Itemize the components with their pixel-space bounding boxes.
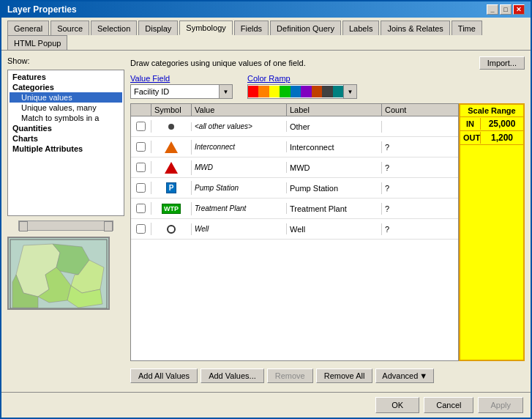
title-bar-buttons: _ □ ✕ (487, 4, 525, 15)
symbol-treatment-plant: WTP (151, 202, 192, 215)
tab-joins-relates[interactable]: Joins & Relates (381, 21, 449, 35)
label-treatment-plant: Treatment Plant (287, 203, 382, 215)
table-row: <all other values> Other (131, 116, 458, 137)
description-text: Draw categories using unique values of o… (130, 59, 306, 67)
tab-time[interactable]: Time (452, 21, 482, 35)
header-checkbox (131, 104, 151, 116)
title-bar: Layer Properties _ □ ✕ (1, 1, 531, 18)
tabs-bar: General Source Selection Display Symbolo… (1, 18, 531, 51)
left-scrollbar-area (7, 220, 124, 231)
row-checkbox-treatment-plant[interactable] (131, 202, 151, 215)
scale-out-row: OUT 1,200 (460, 131, 523, 145)
scale-in-value: 25,000 (481, 117, 523, 130)
close-button[interactable]: ✕ (513, 4, 525, 15)
import-button[interactable]: Import... (479, 56, 525, 70)
checkbox-treatment-plant[interactable] (136, 204, 146, 213)
list-item-quantities[interactable]: Quantities (10, 123, 122, 133)
scale-range-panel: Scale Range IN 25,000 OUT 1,200 (459, 103, 525, 361)
label-mwd: MWD (287, 162, 382, 174)
advanced-label: Advanced (382, 371, 418, 380)
row-checkbox-pump-station[interactable] (131, 182, 151, 194)
scale-out-label: OUT (460, 132, 481, 144)
tab-display[interactable]: Display (138, 21, 178, 35)
tab-labels[interactable]: Labels (342, 21, 379, 35)
value-interconnect: Interconnect (192, 141, 287, 152)
remove-button[interactable]: Remove (267, 368, 313, 383)
tab-selection[interactable]: Selection (91, 21, 137, 35)
scale-range-body: IN 25,000 OUT 1,200 (460, 117, 523, 360)
tab-fields[interactable]: Fields (234, 21, 269, 35)
tab-symbology[interactable]: Symbology (179, 21, 232, 35)
table-row: P Pump Station Pump Station ? (131, 178, 458, 199)
list-item-features[interactable]: Features (10, 72, 122, 82)
list-item-charts[interactable]: Charts (10, 133, 122, 144)
row-checkbox-well[interactable] (131, 223, 151, 235)
description-row: Draw categories using unique values of o… (130, 56, 525, 70)
list-item-unique-values-many[interactable]: Unique values, many (10, 103, 122, 113)
count-mwd: ? (382, 162, 419, 174)
wtp-box-symbol: WTP (162, 204, 181, 214)
fields-row: Value Field Facility ID ▼ Color Ramp (130, 74, 525, 99)
list-item-categories[interactable]: Categories (10, 82, 122, 92)
apply-button[interactable]: Apply (478, 397, 523, 413)
count-well: ? (382, 223, 419, 235)
value-field-dropdown[interactable]: Facility ID ▼ (130, 84, 233, 99)
value-all-other: <all other values> (192, 121, 287, 132)
list-item-match-symbols[interactable]: Match to symbols in a (10, 113, 122, 123)
count-all-other (382, 125, 419, 128)
triangle-red-symbol (165, 162, 178, 174)
layer-properties-window: Layer Properties _ □ ✕ General Source Se… (0, 0, 532, 419)
value-treatment-plant: Treatment Plant (192, 203, 287, 214)
symbol-interconnect (151, 140, 192, 155)
values-table-container: Symbol Value Label Count <all other v (130, 103, 525, 361)
horizontal-scrollbar[interactable] (18, 220, 113, 231)
tab-general[interactable]: General (7, 21, 49, 35)
color-ramp-preview (248, 86, 343, 97)
list-item-multiple-attrs[interactable]: Multiple Attributes (10, 144, 122, 154)
checkbox-interconnect[interactable] (136, 142, 146, 152)
circle-symbol (167, 225, 176, 234)
checkbox-well[interactable] (136, 224, 146, 234)
row-checkbox-mwd[interactable] (131, 161, 151, 174)
symbology-list: Features Categories Unique values Unique… (7, 70, 124, 216)
minimize-button[interactable]: _ (487, 4, 498, 15)
cancel-button[interactable]: Cancel (424, 397, 473, 413)
symbol-mwd (151, 160, 192, 175)
count-treatment-plant: ? (382, 203, 419, 215)
label-pump-station: Pump Station (287, 182, 382, 194)
map-svg (9, 238, 108, 310)
value-mwd: MWD (192, 162, 287, 173)
header-count: Count (382, 104, 419, 116)
list-item-unique-values[interactable]: Unique values (10, 92, 122, 103)
remove-all-button[interactable]: Remove All (316, 368, 373, 383)
checkbox-pump-station[interactable] (136, 183, 146, 193)
p-box-symbol: P (166, 182, 177, 193)
tab-source[interactable]: Source (50, 21, 89, 35)
checkbox-all-other[interactable] (136, 122, 146, 131)
map-preview (7, 237, 110, 310)
row-checkbox-interconnect[interactable] (131, 141, 151, 153)
color-ramp-group: Color Ramp ▼ (247, 74, 357, 99)
maximize-button[interactable]: □ (500, 4, 512, 15)
color-ramp-label[interactable]: Color Ramp (247, 74, 357, 83)
add-values-button[interactable]: Add Values... (201, 368, 264, 383)
symbol-well (151, 223, 192, 235)
ok-button[interactable]: OK (375, 397, 419, 413)
add-all-values-button[interactable]: Add All Values (130, 368, 198, 383)
color-ramp-arrow[interactable]: ▼ (343, 85, 356, 98)
color-ramp-dropdown[interactable]: ▼ (247, 84, 357, 99)
tab-definition-query[interactable]: Definition Query (270, 21, 341, 35)
value-field-label[interactable]: Value Field (130, 74, 233, 83)
tab-html-popup[interactable]: HTML Popup (7, 35, 67, 50)
scale-in-row: IN 25,000 (460, 117, 523, 131)
value-well: Well (192, 223, 287, 234)
label-well: Well (287, 223, 382, 235)
left-panel: Show: Features Categories Unique values … (7, 56, 124, 386)
checkbox-mwd[interactable] (136, 163, 146, 172)
scale-out-value: 1,200 (481, 131, 523, 144)
row-checkbox-all-other[interactable] (131, 120, 151, 133)
triangle-orange-symbol (165, 141, 178, 153)
value-field-arrow[interactable]: ▼ (219, 85, 232, 98)
advanced-button[interactable]: Advanced ▼ (375, 368, 434, 383)
table-header: Symbol Value Label Count (131, 104, 458, 116)
